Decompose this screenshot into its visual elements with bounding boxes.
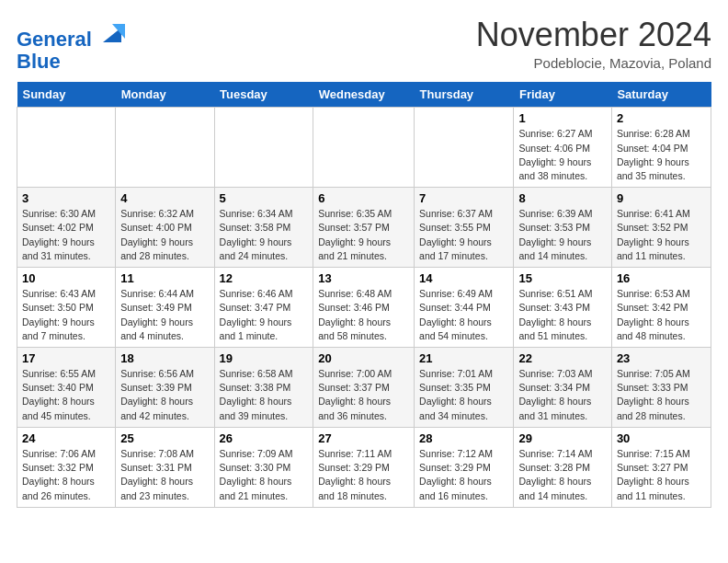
calendar-cell: 4Sunrise: 6:32 AM Sunset: 4:00 PM Daylig… xyxy=(116,188,214,268)
day-number: 6 xyxy=(318,191,409,205)
calendar-cell: 10Sunrise: 6:43 AM Sunset: 3:50 PM Dayli… xyxy=(17,268,116,348)
calendar-cell: 22Sunrise: 7:03 AM Sunset: 3:34 PM Dayli… xyxy=(514,348,611,428)
calendar-cell: 21Sunrise: 7:01 AM Sunset: 3:35 PM Dayli… xyxy=(415,348,514,428)
col-header-friday: Friday xyxy=(514,82,611,108)
day-number: 13 xyxy=(318,271,409,285)
calendar-cell: 12Sunrise: 6:46 AM Sunset: 3:47 PM Dayli… xyxy=(214,268,313,348)
day-info: Sunrise: 6:48 AM Sunset: 3:46 PM Dayligh… xyxy=(318,287,409,343)
calendar-cell xyxy=(214,108,313,188)
day-info: Sunrise: 7:03 AM Sunset: 3:34 PM Dayligh… xyxy=(518,367,606,423)
main-title: November 2024 xyxy=(476,17,711,53)
calendar-week-row: 10Sunrise: 6:43 AM Sunset: 3:50 PM Dayli… xyxy=(17,268,711,348)
day-number: 10 xyxy=(22,271,110,285)
day-number: 1 xyxy=(518,111,606,125)
calendar-cell: 23Sunrise: 7:05 AM Sunset: 3:33 PM Dayli… xyxy=(611,348,711,428)
day-info: Sunrise: 6:28 AM Sunset: 4:04 PM Dayligh… xyxy=(617,127,706,183)
calendar-week-row: 17Sunrise: 6:55 AM Sunset: 3:40 PM Dayli… xyxy=(17,348,711,428)
col-header-monday: Monday xyxy=(116,82,214,108)
header: General Blue November 2024 Podeblocie, M… xyxy=(17,17,711,73)
calendar-cell: 18Sunrise: 6:56 AM Sunset: 3:39 PM Dayli… xyxy=(116,348,214,428)
day-number: 17 xyxy=(22,351,110,365)
day-info: Sunrise: 6:46 AM Sunset: 3:47 PM Dayligh… xyxy=(220,287,309,343)
calendar-cell: 26Sunrise: 7:09 AM Sunset: 3:30 PM Dayli… xyxy=(214,427,313,507)
day-number: 11 xyxy=(120,271,209,285)
calendar-table: SundayMondayTuesdayWednesdayThursdayFrid… xyxy=(17,82,711,507)
calendar-cell: 17Sunrise: 6:55 AM Sunset: 3:40 PM Dayli… xyxy=(17,348,116,428)
calendar-cell: 7Sunrise: 6:37 AM Sunset: 3:55 PM Daylig… xyxy=(415,188,514,268)
calendar-cell: 14Sunrise: 6:49 AM Sunset: 3:44 PM Dayli… xyxy=(415,268,514,348)
day-number: 18 xyxy=(120,351,209,365)
calendar-cell: 15Sunrise: 6:51 AM Sunset: 3:43 PM Dayli… xyxy=(514,268,611,348)
day-number: 15 xyxy=(518,271,606,285)
col-header-saturday: Saturday xyxy=(611,82,711,108)
day-info: Sunrise: 7:08 AM Sunset: 3:31 PM Dayligh… xyxy=(120,447,209,503)
day-info: Sunrise: 6:34 AM Sunset: 3:58 PM Dayligh… xyxy=(220,207,309,263)
day-info: Sunrise: 7:14 AM Sunset: 3:28 PM Dayligh… xyxy=(518,447,606,503)
calendar-cell xyxy=(415,108,514,188)
day-number: 28 xyxy=(419,431,508,445)
day-number: 24 xyxy=(22,431,110,445)
day-number: 25 xyxy=(120,431,209,445)
calendar-cell: 11Sunrise: 6:44 AM Sunset: 3:49 PM Dayli… xyxy=(116,268,214,348)
calendar-cell xyxy=(116,108,214,188)
day-info: Sunrise: 7:05 AM Sunset: 3:33 PM Dayligh… xyxy=(617,367,706,423)
day-number: 29 xyxy=(518,431,606,445)
day-number: 23 xyxy=(617,351,706,365)
calendar-cell xyxy=(313,108,415,188)
day-info: Sunrise: 7:11 AM Sunset: 3:29 PM Dayligh… xyxy=(318,447,409,503)
col-header-wednesday: Wednesday xyxy=(313,82,415,108)
day-number: 7 xyxy=(419,191,508,205)
day-info: Sunrise: 6:32 AM Sunset: 4:00 PM Dayligh… xyxy=(120,207,209,263)
day-info: Sunrise: 6:44 AM Sunset: 3:49 PM Dayligh… xyxy=(120,287,209,343)
day-number: 27 xyxy=(318,431,409,445)
day-info: Sunrise: 6:30 AM Sunset: 4:02 PM Dayligh… xyxy=(22,207,110,263)
day-info: Sunrise: 7:09 AM Sunset: 3:30 PM Dayligh… xyxy=(220,447,309,503)
col-header-thursday: Thursday xyxy=(415,82,514,108)
col-header-tuesday: Tuesday xyxy=(214,82,313,108)
calendar-cell: 24Sunrise: 7:06 AM Sunset: 3:32 PM Dayli… xyxy=(17,427,116,507)
day-info: Sunrise: 6:39 AM Sunset: 3:53 PM Dayligh… xyxy=(518,207,606,263)
calendar-cell: 30Sunrise: 7:15 AM Sunset: 3:27 PM Dayli… xyxy=(611,427,711,507)
calendar-cell: 2Sunrise: 6:28 AM Sunset: 4:04 PM Daylig… xyxy=(611,108,711,188)
calendar-cell: 25Sunrise: 7:08 AM Sunset: 3:31 PM Dayli… xyxy=(116,427,214,507)
day-info: Sunrise: 6:43 AM Sunset: 3:50 PM Dayligh… xyxy=(22,287,110,343)
logo-icon xyxy=(99,20,125,46)
calendar-cell: 19Sunrise: 6:58 AM Sunset: 3:38 PM Dayli… xyxy=(214,348,313,428)
calendar-cell: 28Sunrise: 7:12 AM Sunset: 3:29 PM Dayli… xyxy=(415,427,514,507)
calendar-week-row: 3Sunrise: 6:30 AM Sunset: 4:02 PM Daylig… xyxy=(17,188,711,268)
calendar-week-row: 24Sunrise: 7:06 AM Sunset: 3:32 PM Dayli… xyxy=(17,427,711,507)
day-info: Sunrise: 6:49 AM Sunset: 3:44 PM Dayligh… xyxy=(419,287,508,343)
title-block: November 2024 Podeblocie, Mazovia, Polan… xyxy=(476,17,711,71)
calendar-cell: 16Sunrise: 6:53 AM Sunset: 3:42 PM Dayli… xyxy=(611,268,711,348)
day-number: 8 xyxy=(518,191,606,205)
day-info: Sunrise: 6:35 AM Sunset: 3:57 PM Dayligh… xyxy=(318,207,409,263)
subtitle: Podeblocie, Mazovia, Poland xyxy=(476,55,711,71)
day-info: Sunrise: 6:53 AM Sunset: 3:42 PM Dayligh… xyxy=(617,287,706,343)
calendar-cell xyxy=(17,108,116,188)
calendar-cell: 6Sunrise: 6:35 AM Sunset: 3:57 PM Daylig… xyxy=(313,188,415,268)
day-info: Sunrise: 7:00 AM Sunset: 3:37 PM Dayligh… xyxy=(318,367,409,423)
calendar-cell: 8Sunrise: 6:39 AM Sunset: 3:53 PM Daylig… xyxy=(514,188,611,268)
calendar-week-row: 1Sunrise: 6:27 AM Sunset: 4:06 PM Daylig… xyxy=(17,108,711,188)
day-info: Sunrise: 6:27 AM Sunset: 4:06 PM Dayligh… xyxy=(518,127,606,183)
day-number: 14 xyxy=(419,271,508,285)
day-number: 19 xyxy=(220,351,309,365)
page: General Blue November 2024 Podeblocie, M… xyxy=(0,0,728,517)
calendar-cell: 9Sunrise: 6:41 AM Sunset: 3:52 PM Daylig… xyxy=(611,188,711,268)
day-info: Sunrise: 7:12 AM Sunset: 3:29 PM Dayligh… xyxy=(419,447,508,503)
logo: General Blue xyxy=(17,20,125,73)
day-number: 20 xyxy=(318,351,409,365)
day-number: 26 xyxy=(220,431,309,445)
day-number: 22 xyxy=(518,351,606,365)
day-info: Sunrise: 7:06 AM Sunset: 3:32 PM Dayligh… xyxy=(22,447,110,503)
day-info: Sunrise: 6:56 AM Sunset: 3:39 PM Dayligh… xyxy=(120,367,209,423)
day-number: 16 xyxy=(617,271,706,285)
day-info: Sunrise: 7:15 AM Sunset: 3:27 PM Dayligh… xyxy=(617,447,706,503)
day-info: Sunrise: 6:55 AM Sunset: 3:40 PM Dayligh… xyxy=(22,367,110,423)
day-number: 21 xyxy=(419,351,508,365)
day-info: Sunrise: 6:51 AM Sunset: 3:43 PM Dayligh… xyxy=(518,287,606,343)
day-info: Sunrise: 6:41 AM Sunset: 3:52 PM Dayligh… xyxy=(617,207,706,263)
day-info: Sunrise: 7:01 AM Sunset: 3:35 PM Dayligh… xyxy=(419,367,508,423)
calendar-cell: 29Sunrise: 7:14 AM Sunset: 3:28 PM Dayli… xyxy=(514,427,611,507)
calendar-cell: 1Sunrise: 6:27 AM Sunset: 4:06 PM Daylig… xyxy=(514,108,611,188)
